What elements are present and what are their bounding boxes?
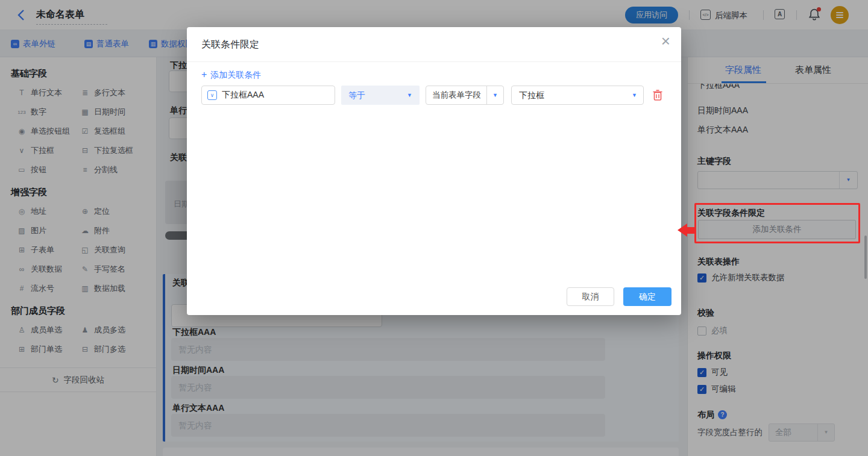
condition-row: ∨ 下拉框AAA 等于 ▼ 当前表单字段 ▼ 下拉框 ▼ — [201, 86, 663, 105]
chevron-down-icon: ▼ — [632, 86, 637, 104]
source-type-select[interactable]: 当前表单字段 ▼ — [426, 86, 504, 105]
chevron-down-icon: ▼ — [407, 86, 412, 105]
chevron-down-icon: ▼ — [486, 86, 503, 104]
operator-value: 等于 — [348, 90, 365, 100]
close-icon[interactable]: × — [661, 33, 670, 49]
form-designer-app: 未命名表单 应用访问 </> 后端脚本 A ∞ 表单外链 ▤ 普通表单 ▥ 数据… — [0, 0, 868, 456]
assoc-condition-modal: 关联条件限定 × +添加关联条件 ∨ 下拉框AAA 等于 ▼ 当前表单字段 ▼ … — [187, 27, 681, 315]
dropdown-field-icon: ∨ — [207, 90, 217, 100]
add-condition-label: 添加关联条件 — [210, 70, 261, 80]
source-type-value: 当前表单字段 — [432, 90, 481, 99]
condition-field-value: 下拉框AAA — [222, 90, 264, 101]
confirm-button[interactable]: 确定 — [623, 287, 671, 306]
condition-field-input[interactable]: ∨ 下拉框AAA — [201, 86, 335, 105]
plus-icon: + — [201, 69, 207, 80]
tour-arrow-left-icon — [678, 223, 687, 237]
modal-title: 关联条件限定 — [201, 39, 259, 51]
target-field-value: 下拉框 — [519, 90, 544, 100]
add-condition-link[interactable]: +添加关联条件 — [201, 69, 261, 81]
modal-header-divider — [187, 61, 681, 62]
cancel-button[interactable]: 取消 — [567, 287, 614, 306]
target-field-select[interactable]: 下拉框 ▼ — [511, 86, 644, 105]
tour-arrow-tail — [687, 227, 696, 234]
operator-select[interactable]: 等于 ▼ — [341, 86, 420, 105]
trash-icon — [652, 89, 663, 101]
delete-condition-button[interactable] — [652, 89, 663, 101]
